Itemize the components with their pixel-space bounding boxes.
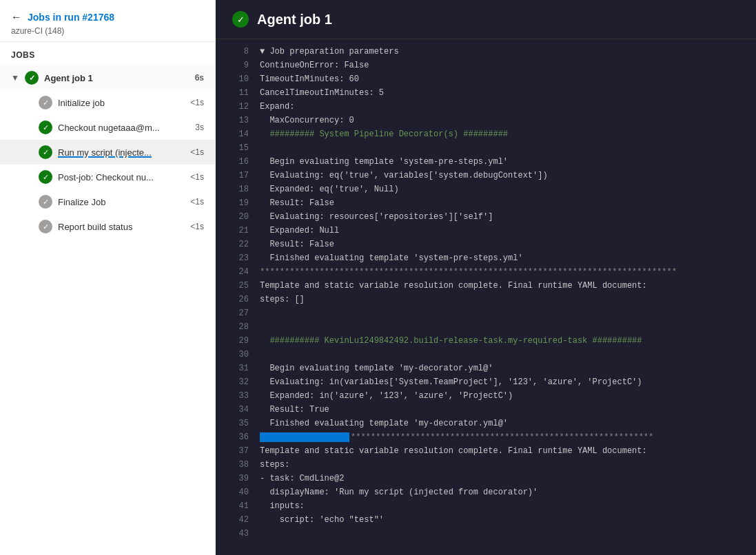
line-number: 30 [227,348,249,362]
code-line-43: 43 [216,527,756,541]
jobs-section-label: Jobs [0,42,215,65]
step-success-icon: ✓ [39,121,52,134]
line-number: 9 [227,59,249,72]
line-number: 31 [227,362,249,375]
step-finalize-job[interactable]: ✓ Finalize Job <1s [0,189,215,214]
chevron-down-icon: ▼ [11,73,22,83]
line-content: ****************************************… [260,265,745,279]
code-line-8: 8 ▼ Job preparation parameters [216,45,756,59]
sidebar-header: ← Jobs in run #21768 azure-CI (148) [0,0,215,42]
code-line-10: 10 TimeoutInMinutes: 60 [216,72,756,86]
code-line-14: 14 ######### System Pipeline Decorator(s… [216,127,756,141]
line-number: 33 [227,389,249,403]
line-number: 23 [227,251,249,265]
code-line-41: 41 inputs: [216,499,756,513]
code-line-39: 39 - task: CmdLine@2 [216,472,756,485]
line-number: 15 [227,141,249,155]
step-checkout[interactable]: ✓ Checkout nugetaaa@m... 3s [0,115,215,140]
sidebar: ← Jobs in run #21768 azure-CI (148) Jobs… [0,0,216,555]
panel-header: ✓ Agent job 1 [216,0,756,39]
step-grey-icon: ✓ [39,195,52,209]
line-content: steps: [] [260,293,745,306]
step-duration: <1s [190,222,204,231]
code-line-19: 19 Result: False [216,196,756,210]
step-name: Checkout nugetaaa@m... [58,123,190,133]
code-line-17: 17 Evaluating: eq('true', variables['sys… [216,169,756,182]
code-line-30: 30 [216,348,756,362]
line-number: 26 [227,293,249,306]
line-number: 28 [227,320,249,334]
step-name: Initialize job [58,98,185,108]
line-content: Expand: [260,100,745,114]
line-content: Evaluating: resources['repositories']['s… [260,210,745,224]
code-line-26: 26 steps: [] [216,293,756,306]
line-number: 27 [227,306,249,320]
step-name: Run my script (injecte... [58,147,185,158]
code-line-13: 13 MaxConcurrency: 0 [216,114,756,127]
line-number: 12 [227,100,249,114]
step-duration: 3s [195,123,204,132]
run-subtitle: azure-CI (148) [11,26,204,36]
step-success-icon: ✓ [39,145,52,159]
agent-job-name: Agent job 1 [44,73,190,83]
step-initialize-job[interactable]: ✓ Initialize job <1s [0,90,215,115]
line-number: 13 [227,114,249,127]
line-number: 11 [227,86,249,100]
step-success-icon: ✓ [39,170,52,184]
code-line-27: 27 [216,306,756,320]
back-button[interactable]: ← Jobs in run #21768 [11,11,204,23]
step-run-script[interactable]: ✓ Run my script (injecte... <1s [0,140,215,165]
agent-job-item[interactable]: ▼ ✓ Agent job 1 6s [0,65,215,90]
line-content: Result: True [260,403,745,417]
line-content: Finished evaluating template 'system-pre… [260,251,745,265]
line-content: Expanded: eq('true', Null) [260,182,745,196]
line-number: 20 [227,210,249,224]
line-number: 17 [227,169,249,182]
line-content: CancelTimeoutInMinutes: 5 [260,86,745,100]
line-number: 24 [227,265,249,279]
step-grey-icon: ✓ [39,96,52,109]
line-content: Result: False [260,196,745,210]
code-line-16: 16 Begin evaluating template 'system-pre… [216,155,756,169]
code-line-22: 22 Result: False [216,238,756,251]
code-line-24: 24 *************************************… [216,265,756,279]
line-number: 8 [227,45,249,59]
line-content: MaxConcurrency: 0 [260,114,745,127]
line-number: 18 [227,182,249,196]
step-name: Report build status [58,222,185,232]
line-number: 42 [227,513,249,527]
line-content: script: 'echo "test"' [260,513,745,527]
line-number: 16 [227,155,249,169]
code-line-20: 20 Evaluating: resources['repositories']… [216,210,756,224]
code-line-31: 31 Begin evaluating template 'my-decorat… [216,362,756,375]
line-number: 14 [227,127,249,141]
panel-success-icon: ✓ [232,11,249,28]
line-number: 36 [227,430,249,444]
status-success-icon: ✓ [25,71,39,85]
code-line-40: 40 displayName: 'Run my script (injected… [216,485,756,499]
code-line-37: 37 Template and static variable resoluti… [216,444,756,458]
line-number: 41 [227,499,249,513]
code-output[interactable]: 8 ▼ Job preparation parameters 9 Continu… [216,39,756,555]
step-grey-icon: ✓ [39,220,52,233]
code-line-21: 21 Expanded: Null [216,224,756,238]
line-content: Begin evaluating template 'my-decorator.… [260,362,745,375]
line-content: ****************************************… [260,430,745,444]
step-report-build-status[interactable]: ✓ Report build status <1s [0,214,215,239]
code-line-35: 35 Finished evaluating template 'my-deco… [216,417,756,430]
line-content: Template and static variable resolution … [260,279,745,293]
line-content: Finished evaluating template 'my-decorat… [260,417,745,430]
line-number: 10 [227,72,249,86]
line-content: Expanded: Null [260,224,745,238]
step-duration: <1s [190,147,204,157]
step-post-checkout[interactable]: ✓ Post-job: Checkout nu... <1s [0,165,215,189]
line-number: 37 [227,444,249,458]
line-content: ########## KevinLu1249842492.build-relea… [260,334,745,348]
line-content: Evaluating: in(variables['System.TeamPro… [260,375,745,389]
code-line-23: 23 Finished evaluating template 'system-… [216,251,756,265]
jobs-list: ▼ ✓ Agent job 1 6s ✓ Initialize job <1s … [0,65,215,239]
line-number: 43 [227,527,249,541]
code-line-12: 12 Expand: [216,100,756,114]
page-title: Jobs in run #21768 [28,12,114,23]
code-line-9: 9 ContinueOnError: False [216,59,756,72]
